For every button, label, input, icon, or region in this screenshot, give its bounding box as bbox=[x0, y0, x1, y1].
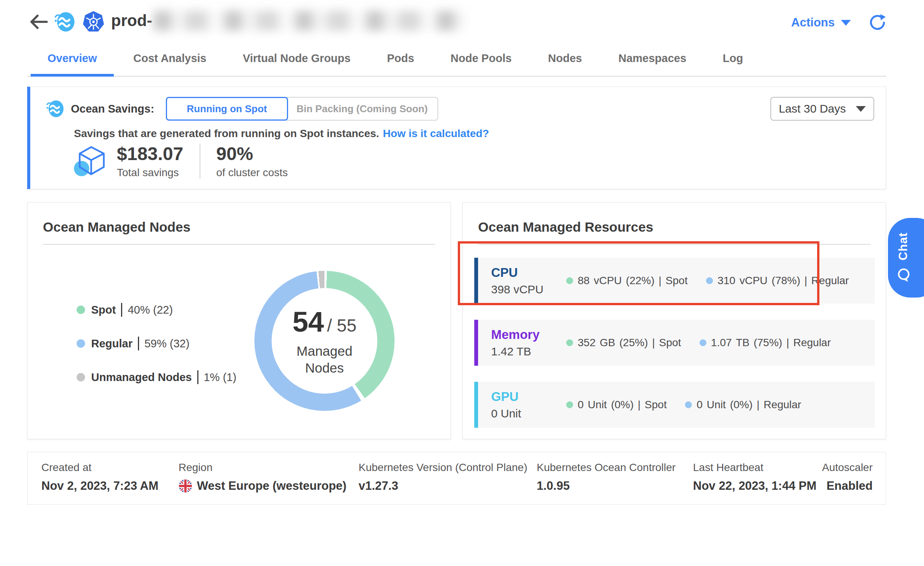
spot-dot-icon bbox=[566, 401, 573, 408]
tab-overview[interactable]: Overview bbox=[48, 41, 97, 76]
stat-divider bbox=[200, 144, 200, 179]
legend-item-unmanaged: Unmanaged Nodes 1% (1) bbox=[77, 370, 236, 384]
ocean-managed-resources-panel: Ocean Managed Resources CPU 398 vCPU 88 … bbox=[462, 202, 886, 439]
legend-value: 1% (1) bbox=[204, 371, 236, 384]
gpu-spot-text: 0 Unit (0%) | Spot bbox=[578, 399, 667, 411]
memory-spot-detail: 352 GB (25%) | Spot bbox=[566, 337, 681, 349]
gpu-regular-detail: 0 Unit (0%) | Regular bbox=[685, 399, 801, 411]
toggle-bin-packing[interactable]: Bin Packing (Coming Soon) bbox=[287, 97, 438, 121]
footer-value: Enabled bbox=[822, 479, 873, 493]
how-calculated-link[interactable]: How is it calculated? bbox=[383, 128, 489, 139]
chevron-down-icon bbox=[856, 106, 866, 112]
refresh-icon bbox=[868, 14, 886, 31]
resource-row-gpu: GPU 0 Unit 0 Unit (0%) | Spot 0 Unit (0%… bbox=[474, 382, 875, 428]
back-button[interactable] bbox=[28, 13, 49, 31]
footer-value: West Europe (westeurope) bbox=[197, 479, 346, 493]
memory-name: Memory bbox=[491, 327, 566, 342]
managed-nodes-total: / 55 bbox=[327, 315, 357, 336]
tab-namespaces[interactable]: Namespaces bbox=[618, 41, 686, 76]
managed-nodes-donut-chart: 54 / 55 Managed Nodes bbox=[254, 271, 395, 411]
ocean-wave-icon bbox=[46, 99, 65, 118]
spot-dot-icon bbox=[566, 339, 573, 346]
gpu-name: GPU bbox=[491, 389, 566, 404]
managed-nodes-title: Ocean Managed Nodes bbox=[43, 219, 190, 235]
app-header: prod- Actions bbox=[0, 0, 924, 41]
legend-value: 59% (32) bbox=[144, 337, 190, 350]
footer-ocean-controller: Kubernetes Ocean Controller 1.0.95 bbox=[537, 461, 676, 493]
nodes-legend: Spot 40% (22) Regular 59% (32) Unmanaged… bbox=[77, 303, 236, 384]
savings-stats: $183.07 Total savings 90% of cluster cos… bbox=[73, 143, 288, 179]
footer-value: 1.0.95 bbox=[537, 479, 676, 493]
refresh-button[interactable] bbox=[868, 14, 886, 31]
tab-virtual-node-groups[interactable]: Virtual Node Groups bbox=[243, 41, 351, 76]
period-select-value: Last 30 Days bbox=[779, 102, 846, 115]
savings-mode-toggle: Running on Spot Bin Packing (Coming Soon… bbox=[166, 97, 439, 121]
page-title: prod- bbox=[111, 11, 464, 31]
cluster-cost-stat: 90% of cluster costs bbox=[216, 143, 288, 179]
footer-autoscaler: Autoscaler Enabled bbox=[822, 461, 873, 493]
total-savings-label: Total savings bbox=[117, 167, 183, 179]
back-arrow-icon bbox=[28, 13, 49, 31]
uk-flag-icon bbox=[179, 479, 192, 493]
footer-last-heartbeat: Last Heartbeat Nov 22, 2023, 1:44 PM bbox=[693, 461, 816, 493]
regular-dot-icon bbox=[685, 401, 692, 408]
unmanaged-dot-icon bbox=[77, 373, 85, 381]
footer-label: Kubernetes Ocean Controller bbox=[537, 461, 676, 474]
footer-created-at: Created at Nov 2, 2023, 7:23 AM bbox=[41, 461, 159, 493]
tab-cost-analysis[interactable]: Cost Analysis bbox=[133, 41, 206, 76]
total-savings-stat: $183.07 Total savings bbox=[117, 143, 183, 179]
legend-separator bbox=[197, 370, 198, 384]
memory-regular-text: 1.07 TB (75%) | Regular bbox=[711, 337, 831, 349]
cluster-cost-label: of cluster costs bbox=[216, 167, 288, 179]
legend-item-spot: Spot 40% (22) bbox=[77, 303, 236, 317]
managed-nodes-center-label: Managed Nodes bbox=[286, 343, 363, 376]
ocean-savings-label: Ocean Savings: bbox=[71, 103, 154, 115]
legend-item-regular: Regular 59% (32) bbox=[77, 337, 236, 350]
managed-resources-title: Ocean Managed Resources bbox=[478, 219, 653, 235]
toggle-running-on-spot[interactable]: Running on Spot bbox=[166, 97, 288, 121]
cluster-cost-percent: 90% bbox=[216, 143, 288, 164]
period-select[interactable]: Last 30 Days bbox=[770, 97, 874, 121]
memory-spot-text: 352 GB (25%) | Spot bbox=[578, 337, 681, 349]
legend-label: Unmanaged Nodes bbox=[91, 371, 192, 384]
footer-region: Region West Europe (westeurope) bbox=[179, 461, 346, 493]
footer-k8s-version: Kubernetes Version (Control Plane) v1.27… bbox=[359, 461, 527, 493]
cpu-total-value: 398 vCPU bbox=[491, 283, 566, 296]
panel-divider bbox=[478, 244, 870, 245]
cluster-info-footer: Created at Nov 2, 2023, 7:23 AM Region W… bbox=[27, 452, 886, 505]
tab-nodes[interactable]: Nodes bbox=[548, 41, 582, 76]
chevron-down-icon bbox=[841, 20, 851, 26]
redacted-cluster-name bbox=[154, 11, 464, 31]
actions-label: Actions bbox=[791, 16, 835, 29]
tab-node-pools[interactable]: Node Pools bbox=[451, 41, 512, 76]
cpu-name: CPU bbox=[491, 265, 566, 280]
spot-dot-icon bbox=[566, 277, 573, 284]
actions-button[interactable]: Actions bbox=[791, 16, 851, 29]
chat-bubble-icon bbox=[896, 268, 912, 283]
tab-log[interactable]: Log bbox=[723, 41, 743, 76]
panel-divider bbox=[43, 244, 435, 245]
footer-value: v1.27.3 bbox=[359, 479, 527, 493]
total-savings-value: $183.07 bbox=[117, 143, 183, 164]
legend-separator bbox=[138, 337, 139, 350]
kubernetes-logo-icon bbox=[82, 10, 105, 33]
chat-button[interactable]: Chat bbox=[888, 218, 924, 298]
legend-label: Regular bbox=[91, 337, 133, 350]
donut-center: 54 / 55 Managed Nodes bbox=[254, 271, 395, 411]
footer-label: Created at bbox=[41, 461, 159, 474]
legend-separator bbox=[121, 303, 122, 317]
footer-label: Last Heartbeat bbox=[693, 461, 816, 474]
cluster-name-prefix: prod- bbox=[111, 11, 152, 30]
memory-regular-detail: 1.07 TB (75%) | Regular bbox=[700, 337, 831, 349]
footer-value: Nov 2, 2023, 7:23 AM bbox=[41, 479, 159, 493]
regular-dot-icon bbox=[700, 339, 706, 346]
ocean-logo-icon bbox=[54, 11, 76, 33]
legend-value: 40% (22) bbox=[128, 304, 173, 316]
tab-pods[interactable]: Pods bbox=[387, 41, 414, 76]
ocean-savings-panel: Ocean Savings: Running on Spot Bin Packi… bbox=[27, 87, 886, 189]
chat-label: Chat bbox=[896, 232, 910, 260]
gpu-total-value: 0 Unit bbox=[491, 407, 566, 420]
cube-icon bbox=[73, 144, 109, 178]
page: prod- Actions Overview Cost Analysis Vir… bbox=[0, 0, 924, 566]
footer-label: Autoscaler bbox=[822, 461, 873, 474]
